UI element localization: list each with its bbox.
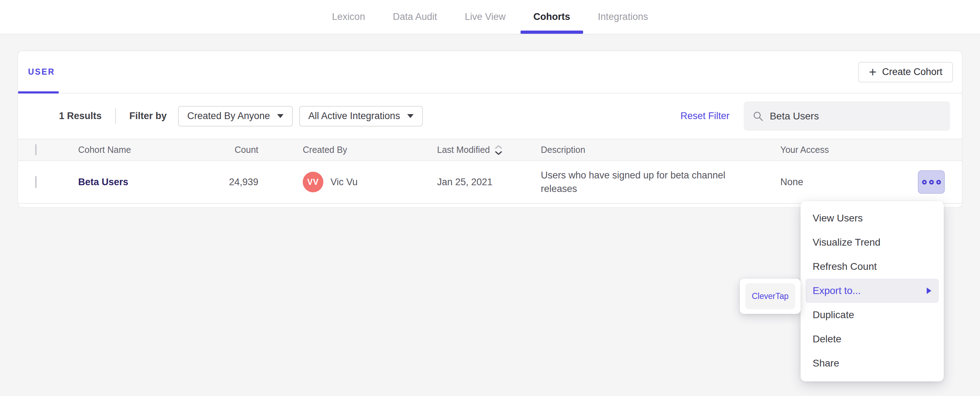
header-description[interactable]: Description [541, 145, 780, 155]
cohort-count: 24,939 [196, 177, 258, 188]
search-input[interactable] [770, 110, 941, 122]
active-tab-indicator [520, 30, 583, 34]
tab-label: Integrations [598, 11, 648, 22]
submenu-arrow-icon [926, 287, 932, 294]
top-navigation: Lexicon Data Audit Live View Cohorts Int… [0, 0, 980, 35]
search-icon [753, 110, 763, 122]
last-modified-cell: Jan 25, 2021 [437, 177, 541, 188]
created-by-cell: VV Vic Vu [303, 172, 437, 192]
header-cohort-name[interactable]: Cohort Name [78, 145, 196, 155]
created-by-dropdown[interactable]: Created By Anyone [178, 106, 293, 126]
tab-label: Data Audit [393, 11, 437, 22]
creator-name: Vic Vu [331, 177, 358, 188]
cohorts-card: USER + Create Cohort 1 Results Filter by… [18, 51, 963, 208]
dropdown-label: All Active Integrations [309, 110, 400, 121]
filter-by-label: Filter by [129, 110, 167, 121]
header-created-by[interactable]: Created By [258, 145, 437, 155]
menu-item-view-users[interactable]: View Users [800, 206, 944, 230]
divider [115, 109, 116, 124]
submenu-item-clevertap[interactable]: CleverTap [745, 283, 795, 309]
filter-bar: 1 Results Filter by Created By Anyone Al… [18, 94, 962, 139]
header-your-access[interactable]: Your Access [780, 145, 897, 155]
menu-item-export-to[interactable]: Export to... [805, 279, 939, 303]
access-cell: None [780, 177, 897, 188]
create-cohort-label: Create Cohort [882, 67, 942, 78]
select-all-checkbox[interactable] [35, 144, 37, 155]
tab-cohorts[interactable]: Cohorts [520, 0, 583, 34]
tab-user[interactable]: USER [28, 67, 55, 77]
tab-data-audit[interactable]: Data Audit [380, 0, 450, 34]
menu-item-delete[interactable]: Delete [800, 327, 944, 351]
search-box[interactable] [744, 101, 950, 131]
card-tab-bar: USER + Create Cohort [18, 51, 962, 94]
tab-label: Live View [465, 11, 506, 22]
menu-item-label: Export to... [813, 285, 861, 297]
row-checkbox[interactable] [35, 176, 37, 188]
dropdown-label: Created By Anyone [187, 110, 270, 121]
avatar: VV [303, 172, 323, 192]
plus-icon: + [869, 66, 876, 78]
row-context-menu: View Users Visualize Trend Refresh Count… [800, 201, 944, 382]
header-count[interactable]: Count [196, 145, 258, 155]
results-count: 1 Results [59, 110, 102, 121]
menu-item-duplicate[interactable]: Duplicate [800, 303, 944, 327]
cohort-name-link[interactable]: Beta Users [78, 177, 128, 187]
row-actions-menu-button[interactable] [918, 170, 945, 194]
create-cohort-button[interactable]: + Create Cohort [858, 62, 953, 83]
table-row: Beta Users 24,939 VV Vic Vu Jan 25, 2021… [18, 161, 962, 204]
tab-integrations[interactable]: Integrations [585, 0, 661, 34]
menu-item-visualize-trend[interactable]: Visualize Trend [800, 230, 944, 254]
reset-filter-link[interactable]: Reset Filter [681, 110, 730, 121]
header-last-modified[interactable]: Last Modified [437, 144, 541, 156]
description-cell: Users who have signed up for beta channe… [541, 169, 754, 195]
chevron-down-icon [407, 114, 414, 118]
page-content: USER + Create Cohort 1 Results Filter by… [0, 35, 980, 208]
tab-lexicon[interactable]: Lexicon [319, 0, 378, 34]
tab-live-view[interactable]: Live View [452, 0, 519, 34]
menu-item-share[interactable]: Share [800, 351, 944, 375]
export-submenu: CleverTap [740, 279, 800, 314]
user-tab-indicator [18, 91, 59, 94]
menu-item-refresh-count[interactable]: Refresh Count [800, 254, 944, 279]
sort-icon [494, 144, 503, 156]
tab-label: Cohorts [533, 11, 570, 22]
header-label: Last Modified [437, 145, 490, 155]
tab-label: Lexicon [332, 11, 365, 22]
integrations-dropdown[interactable]: All Active Integrations [299, 106, 423, 126]
table-header: Cohort Name Count Created By Last Modifi… [18, 139, 962, 161]
ellipsis-dot-icon [922, 180, 927, 185]
ellipsis-dot-icon [929, 180, 934, 185]
ellipsis-dot-icon [936, 180, 941, 185]
chevron-down-icon [277, 114, 283, 118]
